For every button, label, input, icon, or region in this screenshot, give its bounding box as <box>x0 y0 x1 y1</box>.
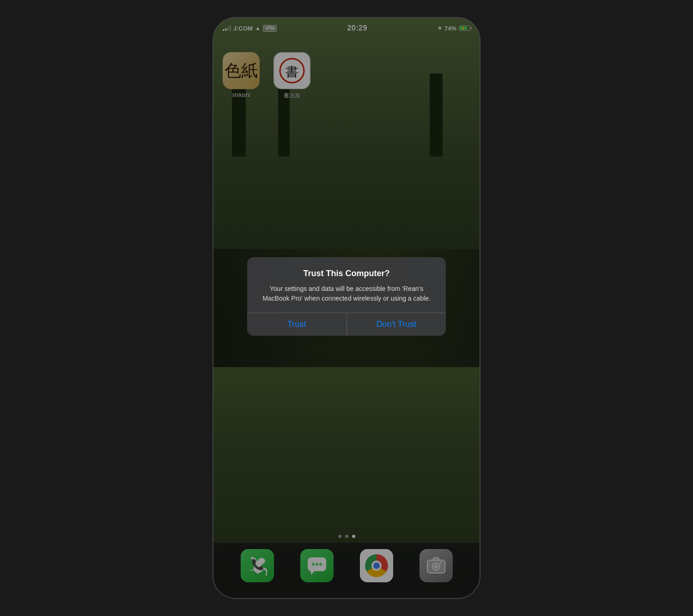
phone-frame: J:COM ▲ VPN 20:29 ☀ 74% ⚡ 色紙 shikishi <box>213 17 480 599</box>
alert-dialog: Trust This Computer? Your settings and d… <box>247 257 446 335</box>
alert-title: Trust This Computer? <box>256 268 437 279</box>
left-panel <box>0 0 213 616</box>
alert-message: Your settings and data will be accessibl… <box>256 284 437 303</box>
dont-trust-button[interactable]: Don't Trust <box>347 313 446 336</box>
right-panel <box>480 0 693 616</box>
alert-buttons: Trust Don't Trust <box>247 313 446 336</box>
trust-button[interactable]: Trust <box>247 313 347 336</box>
modal-overlay: Trust This Computer? Your settings and d… <box>213 18 480 598</box>
alert-content: Trust This Computer? Your settings and d… <box>247 257 446 312</box>
